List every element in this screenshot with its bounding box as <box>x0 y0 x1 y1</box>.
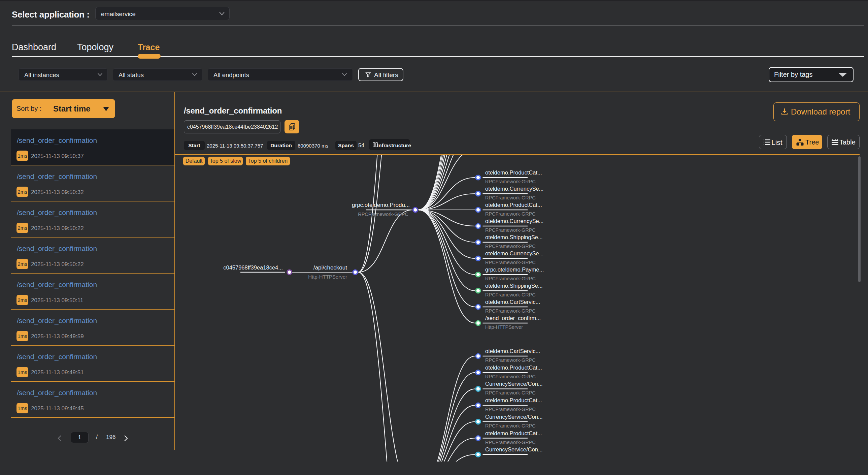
svg-text:RPCFramework-GRPC: RPCFramework-GRPC <box>485 308 536 314</box>
svg-text:RPCFramework-GRPC: RPCFramework-GRPC <box>485 260 536 265</box>
svg-text:RPCFramework-GRPC: RPCFramework-GRPC <box>485 179 536 184</box>
svg-text:oteldemo.ProductCat...: oteldemo.ProductCat... <box>485 364 542 370</box>
svg-text:oteldemo.ShippingSe...: oteldemo.ShippingSe... <box>485 283 543 289</box>
svg-text:RPCFramework-GRPC: RPCFramework-GRPC <box>485 228 536 233</box>
svg-text:CurrencyService/Con...: CurrencyService/Con... <box>485 446 543 452</box>
svg-text:/send_order_confirm...: /send_order_confirm... <box>485 315 541 321</box>
svg-text:oteldemo.ProductCat...: oteldemo.ProductCat... <box>485 170 542 176</box>
svg-text:RPCFramework-GRPC: RPCFramework-GRPC <box>485 423 536 428</box>
svg-text:CurrencyService/Con...: CurrencyService/Con... <box>485 381 543 387</box>
svg-text:RPCFramework-GRPC: RPCFramework-GRPC <box>485 211 536 217</box>
svg-text:oteldemo.CurrencySe...: oteldemo.CurrencySe... <box>485 250 544 256</box>
svg-text:Http-HTTPServer: Http-HTTPServer <box>485 324 523 330</box>
svg-text:RPCFramework-GRPC: RPCFramework-GRPC <box>485 390 536 395</box>
svg-text:RPCFramework-GRPC: RPCFramework-GRPC <box>485 440 536 445</box>
svg-text:oteldemo.ProductCat...: oteldemo.ProductCat... <box>485 397 542 403</box>
svg-text:oteldemo.ShippingSe...: oteldemo.ShippingSe... <box>485 234 543 240</box>
svg-text:grpc.oteldemo.Payme...: grpc.oteldemo.Payme... <box>485 266 544 272</box>
svg-text:RPCFramework-GRPC: RPCFramework-GRPC <box>485 407 536 412</box>
svg-text:grpc.oteldemo.Produ...: grpc.oteldemo.Produ... <box>352 202 410 208</box>
svg-text:oteldemo.CartServic...: oteldemo.CartServic... <box>485 299 540 305</box>
svg-text:RPCFramework-GRPC: RPCFramework-GRPC <box>485 374 536 379</box>
svg-text:RPCFramework-GRPC: RPCFramework-GRPC <box>485 276 536 281</box>
svg-text:oteldemo.CartServic...: oteldemo.CartServic... <box>485 348 540 354</box>
svg-text:CurrencyService/Con...: CurrencyService/Con... <box>485 414 543 420</box>
svg-text:c0457968ff39ea18ce4...: c0457968ff39ea18ce4... <box>223 264 283 270</box>
svg-text:oteldemo.ProductCat...: oteldemo.ProductCat... <box>485 430 542 436</box>
svg-text:Http-HTTPServer: Http-HTTPServer <box>308 274 347 279</box>
svg-text:RPCFramework-GRPC: RPCFramework-GRPC <box>358 212 408 217</box>
svg-text:/api/checkout: /api/checkout <box>313 264 347 271</box>
svg-text:oteldemo.ProductCat...: oteldemo.ProductCat... <box>485 202 542 208</box>
svg-text:RPCFramework-GRPC: RPCFramework-GRPC <box>485 357 536 363</box>
svg-text:RPCFramework-GRPC: RPCFramework-GRPC <box>485 243 536 249</box>
svg-text:oteldemo.CurrencySe...: oteldemo.CurrencySe... <box>485 186 544 192</box>
svg-text:RPCFramework-GRPC: RPCFramework-GRPC <box>485 292 536 297</box>
svg-text:oteldemo.CurrencySe...: oteldemo.CurrencySe... <box>485 218 544 224</box>
svg-text:RPCFramework-GRPC: RPCFramework-GRPC <box>485 195 536 201</box>
